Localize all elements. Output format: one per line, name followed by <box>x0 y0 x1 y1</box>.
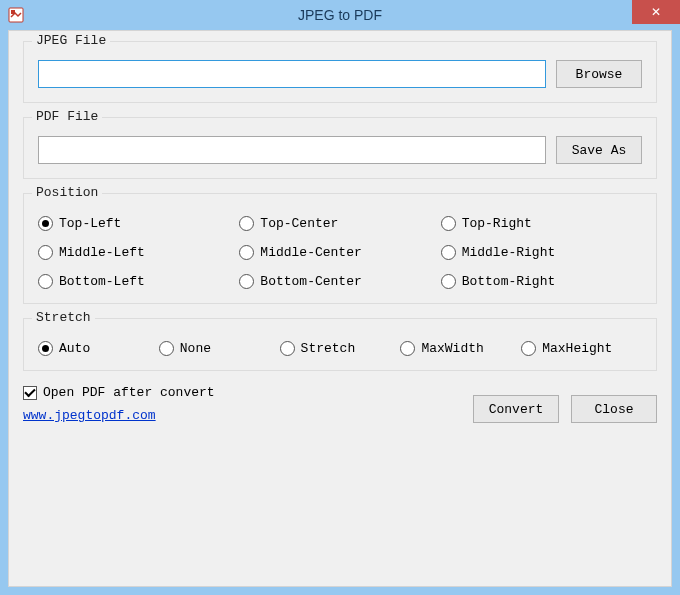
radio-icon <box>38 274 53 289</box>
position-option-label: Bottom-Right <box>462 274 556 289</box>
stretch-option-auto[interactable]: Auto <box>38 341 159 356</box>
stretch-option-label: None <box>180 341 211 356</box>
position-option-top-center[interactable]: Top-Center <box>239 216 440 231</box>
position-option-middle-center[interactable]: Middle-Center <box>239 245 440 260</box>
close-button[interactable]: ✕ <box>632 0 680 24</box>
position-option-middle-left[interactable]: Middle-Left <box>38 245 239 260</box>
pdf-file-input[interactable] <box>38 136 546 164</box>
pdf-file-label: PDF File <box>32 109 102 124</box>
radio-icon <box>521 341 536 356</box>
position-label: Position <box>32 185 102 200</box>
footer-area: Open PDF after convert www.jpegtopdf.com… <box>23 385 657 423</box>
radio-icon <box>38 216 53 231</box>
jpeg-file-input[interactable] <box>38 60 546 88</box>
stretch-option-label: MaxHeight <box>542 341 612 356</box>
close-icon: ✕ <box>651 5 661 19</box>
titlebar: JPEG to PDF ✕ <box>0 0 680 30</box>
stretch-option-label: Auto <box>59 341 90 356</box>
position-option-label: Top-Center <box>260 216 338 231</box>
radio-icon <box>280 341 295 356</box>
stretch-option-maxwidth[interactable]: MaxWidth <box>400 341 521 356</box>
position-option-top-right[interactable]: Top-Right <box>441 216 642 231</box>
stretch-option-stretch[interactable]: Stretch <box>280 341 401 356</box>
position-option-label: Bottom-Center <box>260 274 361 289</box>
position-option-top-left[interactable]: Top-Left <box>38 216 239 231</box>
browse-button[interactable]: Browse <box>556 60 642 88</box>
radio-icon <box>239 245 254 260</box>
radio-icon <box>38 341 53 356</box>
position-option-label: Middle-Left <box>59 245 145 260</box>
position-group: Position Top-LeftTop-CenterTop-RightMidd… <box>23 193 657 304</box>
save-as-button[interactable]: Save As <box>556 136 642 164</box>
open-after-label: Open PDF after convert <box>43 385 215 400</box>
convert-button[interactable]: Convert <box>473 395 559 423</box>
position-option-bottom-center[interactable]: Bottom-Center <box>239 274 440 289</box>
position-option-label: Top-Left <box>59 216 121 231</box>
radio-icon <box>441 274 456 289</box>
radio-icon <box>239 216 254 231</box>
radio-icon <box>38 245 53 260</box>
position-option-label: Middle-Right <box>462 245 556 260</box>
radio-icon <box>400 341 415 356</box>
stretch-option-maxheight[interactable]: MaxHeight <box>521 341 642 356</box>
position-option-bottom-right[interactable]: Bottom-Right <box>441 274 642 289</box>
position-option-label: Bottom-Left <box>59 274 145 289</box>
checkbox-box <box>23 386 37 400</box>
window-title: JPEG to PDF <box>298 7 382 23</box>
radio-icon <box>159 341 174 356</box>
position-option-middle-right[interactable]: Middle-Right <box>441 245 642 260</box>
stretch-label: Stretch <box>32 310 95 325</box>
position-option-bottom-left[interactable]: Bottom-Left <box>38 274 239 289</box>
open-after-checkbox[interactable]: Open PDF after convert <box>23 385 215 400</box>
client-area: JPEG File Browse PDF File Save As Positi… <box>8 30 672 587</box>
jpeg-file-label: JPEG File <box>32 33 110 48</box>
stretch-group: Stretch AutoNoneStretchMaxWidthMaxHeight <box>23 318 657 371</box>
radio-icon <box>441 245 456 260</box>
position-option-label: Middle-Center <box>260 245 361 260</box>
close-button-footer[interactable]: Close <box>571 395 657 423</box>
stretch-option-label: MaxWidth <box>421 341 483 356</box>
stretch-option-label: Stretch <box>301 341 356 356</box>
radio-icon <box>239 274 254 289</box>
pdf-file-group: PDF File Save As <box>23 117 657 179</box>
app-icon <box>8 7 24 23</box>
website-link[interactable]: www.jpegtopdf.com <box>23 408 215 423</box>
radio-icon <box>441 216 456 231</box>
jpeg-file-group: JPEG File Browse <box>23 41 657 103</box>
stretch-option-none[interactable]: None <box>159 341 280 356</box>
position-option-label: Top-Right <box>462 216 532 231</box>
window: JPEG to PDF ✕ JPEG File Browse PDF File … <box>0 0 680 595</box>
